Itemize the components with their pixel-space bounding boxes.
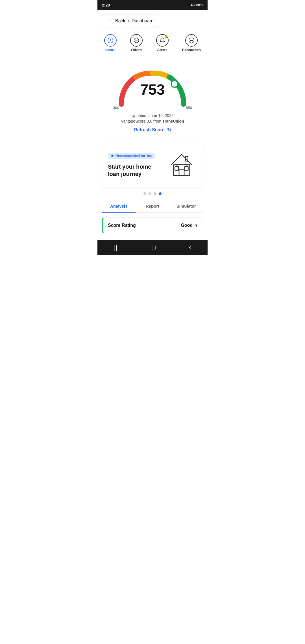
- svg-rect-12: [175, 167, 179, 170]
- bottom-nav: ||| □ ‹: [97, 240, 208, 255]
- chevron-down-icon: ▼: [194, 223, 198, 228]
- score-rating-card[interactable]: Score Rating Good ▼: [102, 217, 203, 233]
- nav-tabs: Score % Offers Alerts: [97, 31, 208, 56]
- badge-label: Recommended for You: [116, 154, 152, 158]
- refresh-icon: ↻: [167, 127, 171, 133]
- alerts-tab-label: Alerts: [157, 48, 167, 52]
- recommended-badge: ★ Recommended for You: [108, 153, 155, 159]
- nav-tab-alerts[interactable]: Alerts: [156, 34, 169, 52]
- star-icon: ★: [111, 154, 114, 158]
- offers-tab-label: Offers: [131, 48, 142, 52]
- status-signal: 4G: [191, 3, 195, 7]
- back-to-dashboard-button[interactable]: ← Back to Dashboard: [102, 14, 159, 27]
- score-section: 753 300 850 Updated: June 16, 2022 Vanta…: [97, 56, 208, 136]
- score-icon: [104, 34, 117, 47]
- alerts-icon: [156, 34, 169, 47]
- dot-1[interactable]: [143, 192, 146, 195]
- tab-analysis[interactable]: Analysis: [102, 200, 136, 213]
- back-button-label: Back to Dashboard: [115, 18, 154, 23]
- score-max: 850: [186, 106, 192, 110]
- updated-text: Updated: June 16, 2022: [131, 113, 173, 118]
- svg-point-8: [192, 40, 193, 41]
- tab-simulator[interactable]: Simulator: [169, 200, 203, 212]
- nav-tab-resources[interactable]: Resources: [182, 34, 201, 52]
- score-rating-value: Good ▼: [181, 223, 198, 228]
- svg-point-9: [171, 80, 178, 87]
- score-min: 300: [113, 106, 119, 110]
- house-svg: [169, 152, 194, 177]
- resources-icon: [185, 34, 198, 47]
- dot-2[interactable]: [149, 192, 151, 195]
- carousel-section: ★ Recommended for You Start your home lo…: [97, 143, 208, 195]
- carousel-dots: [102, 192, 203, 195]
- card-content: ★ Recommended for You Start your home lo…: [108, 153, 169, 178]
- analysis-tabs: Analysis Report Simulator: [102, 200, 203, 213]
- dot-3[interactable]: [154, 192, 156, 195]
- svg-rect-13: [185, 167, 188, 170]
- score-value: 753: [140, 81, 165, 98]
- score-rating-text: Good: [181, 223, 193, 228]
- status-right: 4G 88%: [191, 3, 203, 7]
- refresh-score-button[interactable]: Refresh Score ↻: [134, 127, 171, 133]
- carousel-card[interactable]: ★ Recommended for You Start your home lo…: [102, 143, 203, 188]
- svg-rect-11: [179, 169, 184, 175]
- svg-point-7: [191, 40, 192, 41]
- nav-tab-score[interactable]: Score: [104, 34, 117, 52]
- vantage-text: VantageScore 3.0 from TransUnion: [121, 119, 184, 123]
- bottom-nav-menu[interactable]: |||: [114, 244, 119, 251]
- status-bar: 2:29 4G 88%: [97, 0, 208, 10]
- score-rating-label: Score Rating: [108, 223, 136, 228]
- home-image: [169, 152, 197, 179]
- offers-icon: %: [130, 34, 143, 47]
- back-arrow-icon: ←: [107, 18, 112, 24]
- resources-tab-label: Resources: [182, 48, 201, 52]
- tab-report[interactable]: Report: [136, 200, 169, 212]
- gauge-container: 753 300 850: [113, 65, 192, 110]
- svg-point-6: [190, 40, 191, 41]
- bottom-nav-home[interactable]: □: [152, 244, 156, 251]
- refresh-score-label: Refresh Score: [134, 127, 165, 132]
- score-tab-label: Score: [105, 48, 116, 52]
- card-title: Start your home loan journey: [108, 163, 164, 178]
- nav-tab-offers[interactable]: % Offers: [130, 34, 143, 52]
- svg-rect-14: [186, 156, 188, 161]
- dot-4[interactable]: [159, 192, 162, 195]
- bottom-nav-back[interactable]: ‹: [189, 244, 191, 251]
- score-range: 300 850: [113, 106, 192, 110]
- alert-dot: [165, 35, 167, 38]
- svg-text:%: %: [135, 39, 138, 42]
- status-time: 2:29: [102, 3, 110, 7]
- status-battery: 88%: [196, 3, 203, 7]
